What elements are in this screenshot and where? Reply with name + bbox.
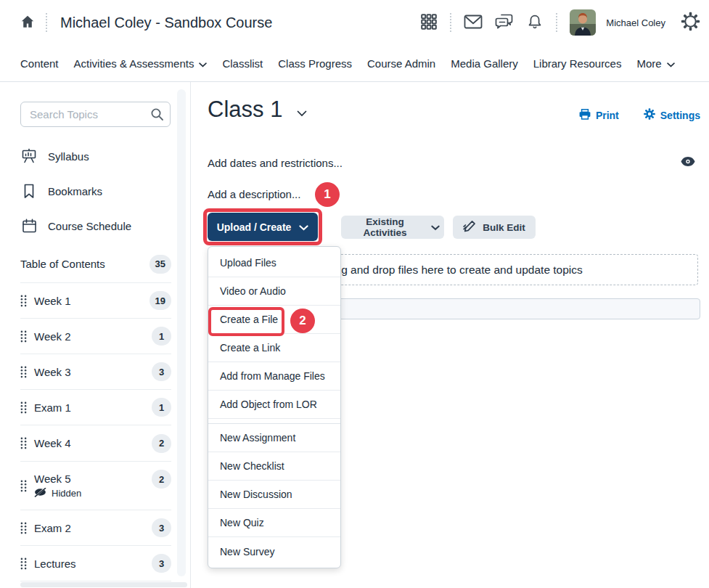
settings-gear-icon	[644, 108, 655, 122]
count-badge: 1	[152, 398, 171, 417]
sidebar-module-week-4[interactable]: Week 4 2	[20, 425, 171, 462]
sidebar-horizontal-scrollbar[interactable]	[20, 582, 187, 587]
nav-classlist[interactable]: Classlist	[222, 57, 263, 70]
sidebar-module-week-5[interactable]: Week 5 Hidden 2	[20, 462, 171, 510]
menu-item-add-from-manage-files[interactable]: Add from Manage Files	[208, 362, 340, 391]
existing-activities-label: Existing Activities	[345, 216, 425, 238]
sidebar-item-syllabus[interactable]: Syllabus	[0, 139, 190, 173]
app-grid-icon	[420, 13, 438, 33]
sidebar-module-exam-1[interactable]: Exam 1 1	[20, 390, 171, 425]
sidebar-item-label: Course Schedule	[48, 220, 131, 232]
sidebar-module-exam-2[interactable]: Exam 2 3	[20, 510, 171, 546]
drag-handle-icon[interactable]	[20, 366, 27, 378]
sidebar-item-label: Syllabus	[48, 150, 89, 163]
app-grid-button[interactable]	[420, 13, 438, 33]
nav-content[interactable]: Content	[20, 57, 59, 70]
menu-item-new-checklist[interactable]: New Checklist	[208, 452, 340, 481]
sidebar-item-table-of-contents[interactable]: Table of Contents 35	[20, 245, 171, 283]
module-actions-button[interactable]	[297, 108, 307, 119]
header-divider	[556, 13, 557, 32]
menu-item-new-discussion[interactable]: New Discussion	[208, 481, 340, 509]
sidebar-vertical-scrollbar[interactable]	[177, 89, 186, 576]
module-label: Exam 2	[34, 522, 71, 534]
bookmark-icon	[21, 184, 37, 199]
menu-item-create-a-link[interactable]: Create a Link	[208, 334, 340, 362]
count-badge: 35	[149, 255, 171, 274]
drag-handle-icon[interactable]	[20, 401, 27, 414]
header-divider	[46, 13, 47, 32]
print-button[interactable]: Print	[579, 108, 619, 122]
page-title-row: Class 1	[208, 97, 307, 123]
home-icon	[20, 15, 35, 31]
upload-create-button[interactable]: Upload / Create	[208, 213, 318, 241]
course-title[interactable]: Michael Coley - Sandbox Course	[60, 15, 272, 31]
toc-label: Table of Contents	[20, 258, 105, 270]
drag-handle-icon[interactable]	[20, 480, 27, 492]
print-label: Print	[596, 110, 619, 121]
app-window: Michael Coley - Sandbox Course	[0, 0, 709, 588]
menu-item-new-assignment[interactable]: New Assignment	[208, 424, 340, 452]
calendar-icon	[21, 219, 37, 234]
nav-more[interactable]: More	[636, 57, 674, 70]
visibility-button[interactable]	[681, 157, 695, 168]
menu-item-new-survey[interactable]: New Survey	[208, 537, 340, 565]
user-avatar[interactable]	[570, 9, 596, 36]
menu-item-create-a-file[interactable]: Create a File	[208, 306, 340, 334]
existing-activities-button[interactable]: Existing Activities	[341, 216, 444, 239]
nav-class-progress[interactable]: Class Progress	[278, 57, 352, 70]
search-input[interactable]	[20, 102, 171, 127]
sidebar-module-week-1[interactable]: Week 1 19	[20, 283, 171, 319]
count-badge: 19	[149, 291, 171, 310]
admin-gear-button[interactable]	[681, 12, 700, 33]
count-badge: 1	[152, 327, 171, 346]
upload-create-menu: Upload Files Video or Audio Create a Fil…	[208, 246, 341, 568]
chevron-down-icon	[431, 222, 440, 233]
drag-handle-icon[interactable]	[20, 437, 27, 449]
menu-item-upload-files[interactable]: Upload Files	[208, 249, 340, 277]
count-badge: 3	[152, 362, 171, 381]
sidebar-item-bookmarks[interactable]: Bookmarks	[0, 173, 190, 208]
chevron-down-icon	[667, 57, 675, 70]
nav-library-resources[interactable]: Library Resources	[533, 57, 622, 70]
eye-slash-icon	[34, 488, 46, 499]
settings-button[interactable]: Settings	[644, 108, 700, 122]
dropzone-text: Drag and drop files here to create and u…	[323, 264, 583, 277]
course-navbar: Content Activities & Assessments Classli…	[0, 45, 709, 82]
sidebar-links: Syllabus Bookmarks Course Schedule	[0, 139, 190, 243]
header-divider	[450, 13, 451, 32]
count-badge: 2	[152, 434, 171, 453]
add-dates-placeholder[interactable]: Add dates and restrictions...	[208, 157, 343, 169]
bulk-edit-button[interactable]: Bulk Edit	[453, 216, 536, 239]
menu-item-video-or-audio[interactable]: Video or Audio	[208, 277, 340, 306]
module-label: Week 3	[34, 366, 71, 378]
nav-activities-assessments[interactable]: Activities & Assessments	[74, 57, 208, 70]
chevron-down-icon	[297, 108, 307, 119]
printer-icon	[579, 109, 591, 122]
sidebar-module-lectures[interactable]: Lectures 3	[20, 546, 171, 581]
sidebar-module-week-3[interactable]: Week 3 3	[20, 354, 171, 390]
menu-item-add-object-from-lor[interactable]: Add Object from LOR	[208, 391, 340, 419]
alerts-button[interactable]	[526, 14, 544, 32]
drag-handle-icon[interactable]	[20, 330, 27, 343]
nav-media-gallery[interactable]: Media Gallery	[451, 57, 518, 70]
search-topics	[20, 102, 171, 127]
sidebar-module-week-2[interactable]: Week 2 1	[20, 319, 171, 354]
drag-handle-icon[interactable]	[20, 295, 27, 307]
sidebar-item-label: Bookmarks	[48, 185, 102, 197]
chat-button[interactable]	[495, 14, 514, 32]
module-label: Week 2	[34, 330, 71, 343]
home-button[interactable]	[20, 15, 35, 31]
module-label: Exam 1	[34, 401, 71, 414]
user-name[interactable]: Michael Coley	[606, 17, 665, 28]
drag-handle-icon[interactable]	[20, 522, 27, 534]
page-actions: Print	[579, 108, 700, 122]
hidden-status: Hidden	[34, 488, 81, 499]
nav-course-admin[interactable]: Course Admin	[367, 57, 435, 70]
sidebar-item-course-schedule[interactable]: Course Schedule	[0, 208, 190, 243]
drag-handle-icon[interactable]	[20, 558, 27, 570]
messages-button[interactable]	[464, 15, 483, 31]
menu-item-new-quiz[interactable]: New Quiz	[208, 509, 340, 537]
module-label: Lectures	[34, 558, 76, 570]
add-description-placeholder[interactable]: Add a description...	[208, 188, 300, 200]
count-badge: 3	[152, 554, 171, 573]
